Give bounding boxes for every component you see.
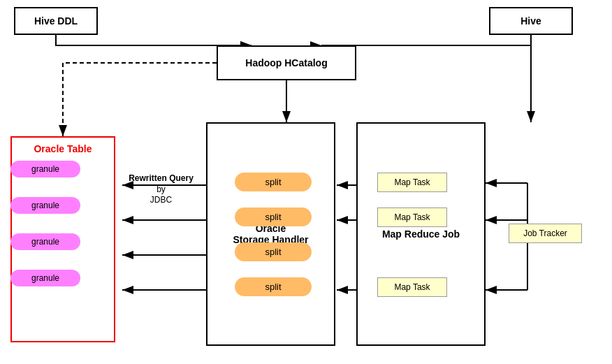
hive-label: Hive: [520, 15, 541, 27]
granule-2: granule: [10, 197, 80, 214]
mapreduce-box: Map Reduce Job: [356, 122, 486, 346]
split-4: split: [235, 277, 312, 296]
map-task-3: Map Task: [377, 277, 447, 297]
diagram: Hive DDL Hive Hadoop HCatalog Oracle Tab…: [0, 0, 612, 364]
split-2: split: [235, 208, 312, 226]
rewritten-query-label: Rewritten Query byJDBC: [124, 173, 198, 206]
oracle-table-title: Oracle Table: [17, 143, 108, 154]
map-task-1: Map Task: [377, 173, 447, 192]
hive-ddl-label: Hive DDL: [34, 15, 78, 27]
split-3: split: [235, 242, 312, 261]
job-tracker-box: Job Tracker: [509, 224, 582, 243]
job-tracker-label: Job Tracker: [523, 228, 567, 238]
hadoop-label: Hadoop HCatalog: [245, 57, 327, 68]
map-task-2: Map Task: [377, 208, 447, 227]
oracle-storage-box: OracleStorage Handler: [206, 122, 335, 346]
hive-box: Hive: [489, 7, 573, 35]
mapreduce-label: Map Reduce Job: [382, 228, 460, 240]
split-1: split: [235, 173, 312, 191]
granule-3: granule: [10, 233, 80, 250]
granule-1: granule: [10, 161, 80, 177]
granule-4: granule: [10, 270, 80, 286]
granule-container: granule granule granule granule: [10, 157, 80, 290]
hive-ddl-box: Hive DDL: [14, 7, 98, 35]
hadoop-box: Hadoop HCatalog: [217, 45, 356, 80]
